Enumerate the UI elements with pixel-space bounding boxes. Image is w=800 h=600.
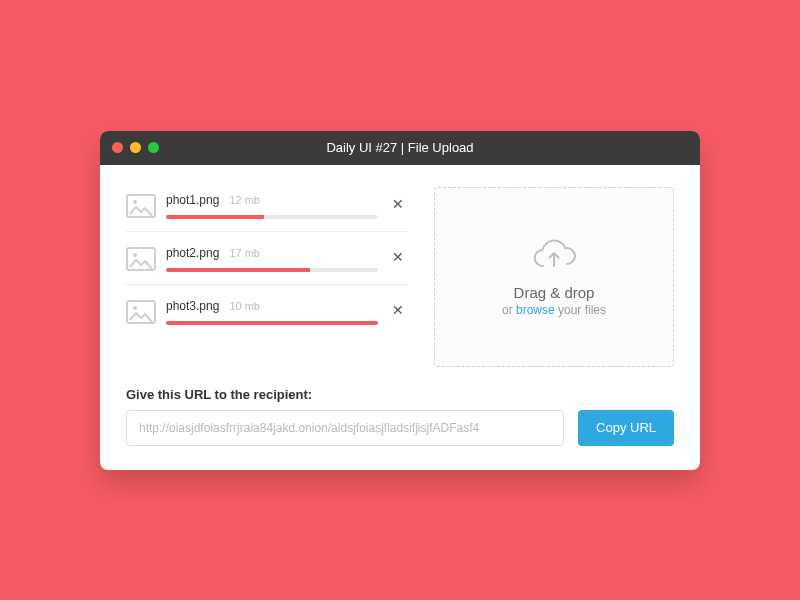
file-size: 17 mb (229, 247, 260, 259)
browse-link[interactable]: browse (516, 303, 555, 317)
window-title: Daily UI #27 | File Upload (100, 140, 700, 155)
upload-window: Daily UI #27 | File Upload phot1.png12 m… (100, 131, 700, 470)
copy-url-button[interactable]: Copy URL (578, 410, 674, 446)
progress-bar (166, 215, 378, 219)
file-list: phot1.png12 mb✕phot2.png17 mb✕phot3.png1… (126, 187, 408, 367)
file-size: 10 mb (229, 300, 260, 312)
svg-point-3 (133, 253, 137, 257)
cloud-upload-icon (531, 236, 577, 274)
file-name: phot1.png (166, 193, 219, 207)
progress-fill (166, 321, 378, 325)
image-icon (126, 194, 156, 218)
file-row: phot1.png12 mb✕ (126, 187, 408, 231)
dropzone[interactable]: Drag & drop or browse your files (434, 187, 674, 367)
progress-bar (166, 321, 378, 325)
file-meta: phot2.png17 mb (166, 246, 378, 272)
file-meta: phot1.png12 mb (166, 193, 378, 219)
file-name: phot2.png (166, 246, 219, 260)
svg-point-5 (133, 306, 137, 310)
minimize-icon[interactable] (130, 142, 141, 153)
file-meta: phot3.png10 mb (166, 299, 378, 325)
zoom-icon[interactable] (148, 142, 159, 153)
remove-file-button[interactable]: ✕ (388, 299, 408, 321)
url-input[interactable] (126, 410, 564, 446)
progress-bar (166, 268, 378, 272)
traffic-lights (112, 142, 159, 153)
dropzone-subtitle: or browse your files (502, 303, 606, 317)
image-icon (126, 247, 156, 271)
remove-file-button[interactable]: ✕ (388, 193, 408, 215)
titlebar: Daily UI #27 | File Upload (100, 131, 700, 165)
file-name: phot3.png (166, 299, 219, 313)
remove-file-button[interactable]: ✕ (388, 246, 408, 268)
svg-point-1 (133, 200, 137, 204)
close-icon[interactable] (112, 142, 123, 153)
file-size: 12 mb (229, 194, 260, 206)
image-icon (126, 300, 156, 324)
share-url-block: Give this URL to the recipient: Copy URL (126, 387, 674, 446)
window-body: phot1.png12 mb✕phot2.png17 mb✕phot3.png1… (100, 165, 700, 470)
progress-fill (166, 215, 264, 219)
file-row: phot3.png10 mb✕ (126, 284, 408, 337)
file-row: phot2.png17 mb✕ (126, 231, 408, 284)
progress-fill (166, 268, 310, 272)
url-label: Give this URL to the recipient: (126, 387, 674, 402)
dropzone-title: Drag & drop (514, 284, 595, 301)
